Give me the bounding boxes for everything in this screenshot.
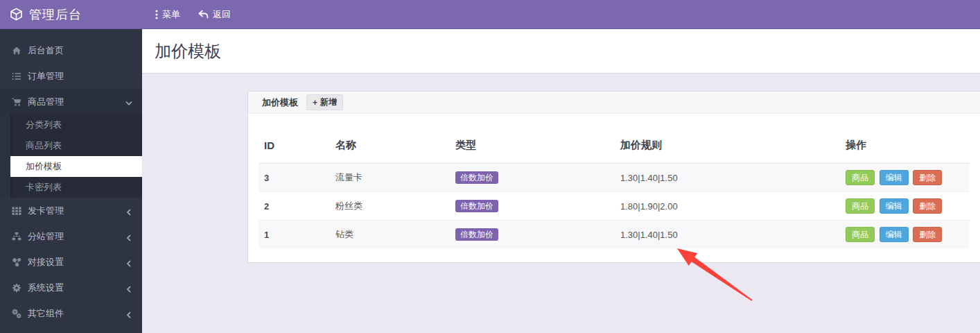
page-header: 加价模板 xyxy=(142,29,980,74)
subitem-label: 分类列表 xyxy=(26,119,62,131)
cogs-icon xyxy=(12,309,21,318)
content-area: 加价模板 + 新增 ID xyxy=(142,74,980,333)
edit-button[interactable]: 编辑 xyxy=(880,227,909,242)
sidebar-subitem-markup-template[interactable]: 加价模板 xyxy=(10,156,142,177)
sidebar-item-label: 对接设置 xyxy=(28,256,125,268)
sidebar-item-substations[interactable]: 分站管理 xyxy=(0,223,142,249)
row-name: 粉丝类 xyxy=(330,192,450,221)
sidebar-subitem-product-list[interactable]: 商品列表 xyxy=(10,135,142,156)
back-link[interactable]: 返回 xyxy=(191,0,238,28)
row-name: 流量卡 xyxy=(330,164,450,192)
nodes-icon xyxy=(12,257,21,267)
sidebar-item-products[interactable]: 商品管理 xyxy=(0,89,142,114)
col-header-id: ID xyxy=(259,128,330,164)
goods-button[interactable]: 商品 xyxy=(846,198,875,214)
goods-button[interactable]: 商品 xyxy=(846,227,875,242)
sidebar-item-label: 系统设置 xyxy=(28,282,125,294)
sidebar-item-orders[interactable]: 订单管理 xyxy=(0,63,142,89)
col-header-actions: 操作 xyxy=(840,128,970,164)
subitem-label: 商品列表 xyxy=(26,139,62,152)
brand[interactable]: 管理后台 xyxy=(0,0,142,28)
col-header-name: 名称 xyxy=(330,128,450,164)
page-title: 加价模板 xyxy=(155,40,221,62)
sidebar-item-label: 商品管理 xyxy=(28,96,125,108)
app-root: 管理后台 菜单 返回 xyxy=(0,0,980,333)
subitem-label: 卡密列表 xyxy=(26,181,62,194)
list-icon xyxy=(12,71,21,81)
gear-icon xyxy=(12,283,21,293)
panel-body: ID 名称 类型 加价规则 操作 3 流量卡 xyxy=(248,114,980,262)
panel-header: 加价模板 + 新增 xyxy=(248,92,980,114)
sidebar-item-system-settings[interactable]: 系统设置 xyxy=(0,275,142,300)
row-id: 1 xyxy=(259,221,330,249)
delete-button[interactable]: 删除 xyxy=(913,198,942,214)
delete-button[interactable]: 删除 xyxy=(913,227,942,242)
row-name: 钻类 xyxy=(330,221,450,249)
add-new-button[interactable]: + 新增 xyxy=(306,94,343,110)
chevron-left-icon xyxy=(125,207,132,214)
sitemap-icon xyxy=(12,232,21,241)
chevron-down-icon xyxy=(125,99,132,105)
sidebar-item-label: 订单管理 xyxy=(28,70,132,83)
panel-title: 加价模板 xyxy=(262,96,298,109)
type-badge: 倍数加价 xyxy=(455,228,498,241)
plus-icon: + xyxy=(313,98,317,108)
edit-button[interactable]: 编辑 xyxy=(880,170,909,185)
goods-button[interactable]: 商品 xyxy=(846,170,875,185)
brand-title: 管理后台 xyxy=(29,6,82,23)
cart-icon xyxy=(12,97,21,107)
col-header-rule: 加价规则 xyxy=(615,128,840,164)
chevron-left-icon xyxy=(125,310,132,317)
markup-template-panel: 加价模板 + 新增 ID xyxy=(247,91,980,263)
add-new-label: 新增 xyxy=(320,96,337,108)
sidebar-item-label: 发卡管理 xyxy=(28,205,125,217)
subitem-label: 加价模板 xyxy=(26,160,62,173)
sidebar-item-other-components[interactable]: 其它组件 xyxy=(0,300,142,326)
table-row: 2 粉丝类 倍数加价 1.80|1.90|2.00 商品 编辑 删除 xyxy=(259,192,970,221)
table-header-row: ID 名称 类型 加价规则 操作 xyxy=(259,128,970,164)
topbar-nav: 菜单 返回 xyxy=(142,0,238,28)
sidebar-item-card-issuing[interactable]: 发卡管理 xyxy=(0,198,142,223)
sidebar-subitem-card-secret-list[interactable]: 卡密列表 xyxy=(10,177,142,198)
chevron-left-icon xyxy=(125,259,132,266)
row-rule: 1.30|1.40|1.50 xyxy=(615,164,840,192)
sidebar: 后台首页 订单管理 xyxy=(0,29,142,333)
topbar: 管理后台 菜单 返回 xyxy=(0,0,980,29)
menu-toggle-button[interactable]: 菜单 xyxy=(148,0,188,28)
col-header-type: 类型 xyxy=(450,128,615,164)
type-badge: 倍数加价 xyxy=(455,200,498,212)
sidebar-subitem-category-list[interactable]: 分类列表 xyxy=(10,114,142,135)
delete-button[interactable]: 删除 xyxy=(913,170,942,185)
edit-button[interactable]: 编辑 xyxy=(880,198,909,214)
reply-arrow-icon xyxy=(198,10,209,19)
products-submenu: 分类列表 商品列表 加价模板 卡密列表 xyxy=(0,114,142,198)
main-area: 加价模板 加价模板 + 新增 xyxy=(142,29,980,333)
sidebar-item-label: 后台首页 xyxy=(28,44,132,57)
table-row: 3 流量卡 倍数加价 1.30|1.40|1.50 商品 编辑 删除 xyxy=(259,164,970,192)
chevron-left-icon xyxy=(125,284,132,291)
row-rule: 1.30|1.40|1.50 xyxy=(615,221,840,249)
markup-template-table: ID 名称 类型 加价规则 操作 3 流量卡 xyxy=(259,128,970,248)
chevron-left-icon xyxy=(125,233,132,240)
sidebar-item-integration[interactable]: 对接设置 xyxy=(0,249,142,275)
type-badge: 倍数加价 xyxy=(455,171,498,184)
row-rule: 1.80|1.90|2.00 xyxy=(615,192,840,221)
menu-toggle-label: 菜单 xyxy=(162,8,180,21)
row-id: 3 xyxy=(259,164,330,192)
home-icon xyxy=(12,46,21,56)
ellipsis-vertical-icon xyxy=(155,10,158,19)
cube-icon xyxy=(10,8,23,21)
table-row: 1 钻类 倍数加价 1.30|1.40|1.50 商品 编辑 删除 xyxy=(259,221,970,249)
sidebar-item-dashboard[interactable]: 后台首页 xyxy=(0,37,142,63)
grid-icon xyxy=(12,206,21,216)
row-id: 2 xyxy=(259,192,330,221)
sidebar-item-label: 其它组件 xyxy=(28,307,125,320)
sidebar-item-label: 分站管理 xyxy=(28,230,125,243)
back-link-label: 返回 xyxy=(213,8,231,21)
